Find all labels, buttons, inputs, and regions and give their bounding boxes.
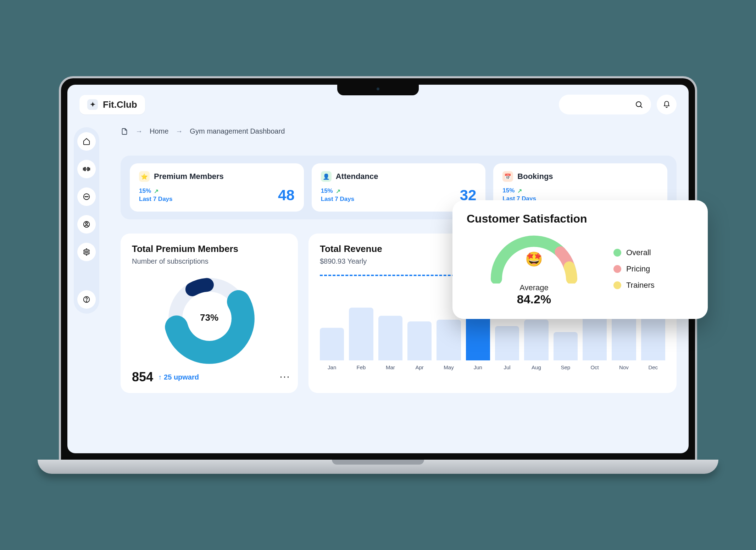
premium-trend: ↑ 25 upward (158, 373, 199, 381)
crumb-home[interactable]: Home (150, 127, 168, 135)
svg-point-9 (86, 196, 87, 197)
svg-rect-4 (85, 167, 86, 170)
stat-title: Attendance (336, 172, 378, 181)
gear-icon (83, 248, 90, 256)
xlabel: Jul (495, 364, 519, 370)
arrow-up-icon: ↗ (336, 187, 340, 195)
nav-home[interactable] (77, 132, 96, 151)
stat-value: 48 (278, 187, 295, 204)
brand-mark-icon: ✦ (87, 99, 98, 110)
svg-point-10 (88, 196, 88, 197)
search-icon (635, 100, 643, 109)
xlabel: Mar (378, 364, 402, 370)
nav-chat[interactable] (77, 187, 96, 206)
bar-mar[interactable] (378, 316, 402, 361)
crumb-page: Gym management Dashboard (190, 127, 285, 135)
brand-name: Fit.Club (103, 99, 137, 110)
svg-rect-3 (89, 168, 90, 170)
card-premium-members: Total Premium Members Number of subscrip… (121, 234, 298, 393)
xlabel: Apr (407, 364, 432, 370)
bar-aug[interactable] (524, 320, 548, 360)
card-satisfaction: Customer Satisfaction 🤩 Average 84.2% Ov… (452, 200, 708, 319)
stat-pct: 15% (502, 187, 515, 195)
arrow-up-icon: ↗ (517, 187, 522, 195)
arrow-up-icon: ↗ (154, 187, 159, 195)
legend-item: Pricing (613, 264, 655, 274)
stat-period: Last 7 Days (321, 195, 355, 203)
sidebar (74, 127, 99, 314)
nav-workouts[interactable] (77, 160, 96, 178)
xlabel: May (437, 364, 461, 370)
avg-value: 84.2% (517, 292, 551, 306)
nav-help[interactable] (77, 290, 96, 309)
bar-feb[interactable] (349, 308, 373, 361)
sat-title: Customer Satisfaction (467, 212, 694, 225)
svg-point-8 (85, 196, 85, 197)
laptop-notch (337, 83, 419, 95)
bar-dec[interactable] (641, 316, 665, 361)
svg-line-1 (641, 106, 643, 108)
card-subtitle: Number of subscriptions (132, 257, 287, 265)
notifications-button[interactable] (657, 95, 677, 114)
xlabel: Nov (612, 364, 636, 370)
xlabel: Feb (349, 364, 373, 370)
stat-pct: 15% (321, 187, 333, 195)
bar-may[interactable] (437, 320, 461, 360)
premium-total: 854 (132, 370, 153, 385)
star-icon: ⭐ (139, 171, 150, 182)
card-title: Total Premium Members (132, 243, 287, 254)
home-icon (83, 138, 90, 145)
emoji-icon: 🤩 (525, 251, 543, 268)
svg-rect-2 (83, 168, 84, 170)
legend-item: Trainers (613, 281, 655, 290)
legend-dot-icon (613, 249, 621, 257)
stat-card-premium[interactable]: ⭐ Premium Members 15%↗ Last 7 Days 48 (130, 163, 304, 212)
bar-jul[interactable] (495, 326, 519, 360)
svg-point-13 (85, 251, 88, 253)
person-icon (83, 220, 90, 228)
legend-item: Overall (613, 248, 655, 257)
bar-jan[interactable] (320, 328, 344, 360)
sat-legend: Overall Pricing Trainers (613, 248, 655, 290)
stat-pct: 15% (139, 187, 151, 195)
nav-settings[interactable] (77, 243, 96, 261)
svg-point-12 (85, 223, 88, 225)
svg-point-15 (86, 301, 87, 302)
bar-apr[interactable] (407, 321, 432, 360)
stat-title: Premium Members (154, 172, 224, 181)
xlabel: Sep (554, 364, 578, 370)
calendar-icon: 📅 (502, 171, 513, 182)
nav-members[interactable] (77, 215, 96, 234)
donut-pct: 73% (200, 312, 218, 323)
search-input[interactable] (559, 95, 651, 114)
legend-dot-icon (613, 281, 621, 289)
help-icon (83, 296, 90, 303)
chat-icon (83, 193, 90, 201)
chevron-right-icon: → (176, 127, 183, 135)
file-icon (121, 128, 128, 135)
dumbbell-icon (83, 165, 90, 173)
laptop-base (38, 460, 718, 474)
xlabel: Jan (320, 364, 344, 370)
legend-dot-icon (613, 265, 621, 273)
bell-icon (663, 101, 671, 108)
stat-period: Last 7 Days (139, 195, 173, 203)
bar-sep[interactable] (554, 332, 578, 361)
user-icon: 👤 (321, 171, 332, 182)
stat-title: Bookings (517, 172, 553, 181)
card-menu-button[interactable]: ⋮ (283, 372, 287, 382)
svg-point-0 (636, 102, 641, 107)
satisfaction-gauge: 🤩 Average 84.2% (467, 232, 601, 306)
xlabel: Aug (524, 364, 548, 370)
xlabel: Dec (641, 364, 665, 370)
brand-pill[interactable]: ✦ Fit.Club (79, 95, 145, 114)
donut-chart: 73% (132, 273, 287, 365)
xlabel: Jun (466, 364, 490, 370)
avg-label: Average (519, 283, 549, 292)
breadcrumb: → Home → Gym management Dashboard (121, 127, 285, 135)
svg-rect-5 (88, 167, 89, 170)
xlabel: Oct (583, 364, 607, 370)
chevron-right-icon: → (135, 127, 143, 135)
